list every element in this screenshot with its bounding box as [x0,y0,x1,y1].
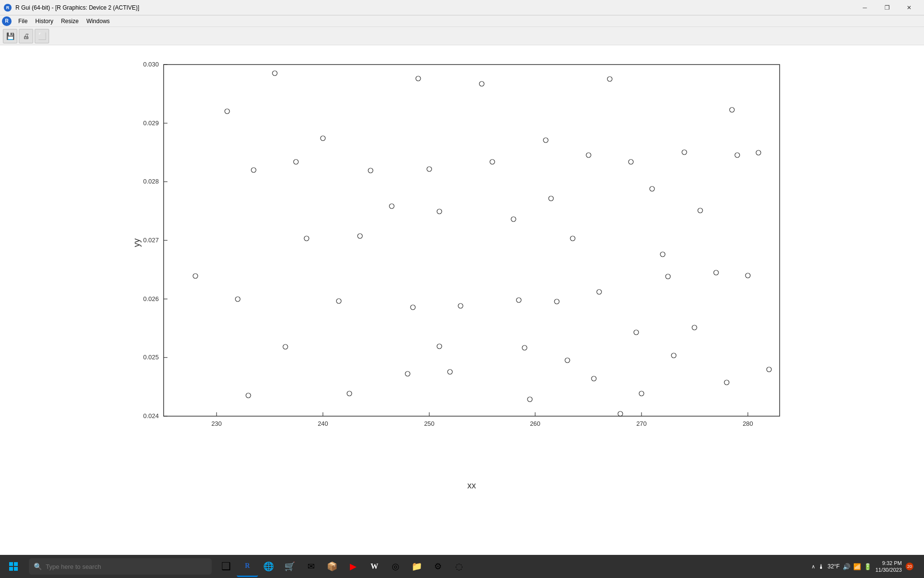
menu-logo: R [2,16,12,26]
system-tray[interactable]: ∧ 🌡 32°F 🔊 📶 🔋 [811,563,871,570]
print-button[interactable]: 🖨 [19,29,33,43]
svg-text:0.027: 0.027 [143,236,159,244]
menu-resize[interactable]: Resize [57,17,83,26]
windows-logo [4,557,23,576]
svg-rect-32 [14,567,18,571]
svg-text:yy: yy [132,238,141,247]
taskbar-right: ∧ 🌡 32°F 🔊 📶 🔋 9:32 PM 11/30/2023 20 [811,557,924,576]
svg-text:240: 240 [318,420,328,427]
svg-text:280: 280 [743,420,753,427]
wifi-icon[interactable]: 📶 [853,563,861,570]
restore-button[interactable]: ❐ [876,0,898,15]
close-button[interactable]: ✕ [898,0,920,15]
date-display: 11/30/2023 [875,566,902,573]
svg-text:260: 260 [530,420,540,427]
taskbar-app-chrome[interactable]: ◎ [385,556,406,577]
network-icon: 🌡 [818,563,824,570]
menu-bar: R File History Resize Windows [0,15,924,27]
taskbar: 🔍 ❑ R 🌐 🛒 ✉ 📦 ▶ W ◎ 📁 ⚙ ◌ ∧ [0,555,924,578]
task-view-icon: ❑ [221,560,231,573]
svg-text:270: 270 [636,420,647,427]
svg-rect-29 [9,562,13,566]
svg-rect-30 [14,562,18,566]
main-area: yy xx 0.030 0.029 0.028 0.027 [0,45,924,555]
battery-icon[interactable]: 🔋 [864,563,872,570]
menu-file[interactable]: File [14,17,31,26]
menu-history[interactable]: History [31,17,57,26]
taskbar-search[interactable]: 🔍 [29,558,212,575]
toolbar: 💾 🖨 ⬜ [0,27,924,45]
taskbar-app-wikipedia[interactable]: W [364,556,385,577]
svg-text:250: 250 [424,420,435,427]
svg-text:0.030: 0.030 [143,61,159,68]
taskbar-app-r[interactable]: R [237,556,258,577]
svg-text:0.028: 0.028 [143,178,159,185]
svg-rect-31 [9,567,13,571]
window-controls: ─ ❐ ✕ [854,0,920,15]
taskbar-app-explorer[interactable]: 📁 [406,556,427,577]
window-title: R Gui (64-bit) - [R Graphics: Device 2 (… [15,4,139,11]
notification-badge[interactable]: 20 [906,563,913,570]
svg-text:xx: xx [467,481,476,490]
taskbar-app-amazon[interactable]: 📦 [321,556,343,577]
app-logo: R [4,4,12,12]
minimize-button[interactable]: ─ [854,0,876,15]
taskbar-app-mail[interactable]: ✉ [300,556,321,577]
plot-container: yy xx 0.030 0.029 0.028 0.027 [0,45,924,512]
task-view-button[interactable]: ❑ [216,556,237,577]
title-bar: R R Gui (64-bit) - [R Graphics: Device 2… [0,0,924,15]
search-input[interactable] [46,563,207,570]
window-button[interactable]: ⬜ [35,29,49,43]
taskbar-app-other[interactable]: ◌ [449,556,470,577]
svg-text:0.025: 0.025 [143,354,159,361]
svg-text:0.029: 0.029 [143,119,159,127]
svg-text:0.024: 0.024 [143,412,159,420]
temperature-badge: 32°F [827,563,839,570]
start-button[interactable] [0,555,27,578]
menu-windows[interactable]: Windows [82,17,114,26]
save-button[interactable]: 💾 [3,29,17,43]
taskbar-app-settings[interactable]: ⚙ [427,556,449,577]
taskbar-app-edge[interactable]: 🌐 [258,556,279,577]
svg-text:230: 230 [211,420,222,427]
show-desktop-button[interactable] [917,557,920,576]
search-icon: 🔍 [34,563,42,570]
time-display: 9:32 PM [882,560,902,566]
svg-text:0.026: 0.026 [143,295,159,302]
svg-rect-0 [164,65,780,416]
scatter-plot: yy xx 0.030 0.029 0.028 0.027 [130,55,794,512]
taskbar-app-youtube[interactable]: ▶ [343,556,364,577]
system-clock[interactable]: 9:32 PM 11/30/2023 [875,560,902,574]
taskbar-app-store[interactable]: 🛒 [279,556,300,577]
up-arrow-icon[interactable]: ∧ [811,564,815,570]
speaker-icon[interactable]: 🔊 [843,563,850,570]
